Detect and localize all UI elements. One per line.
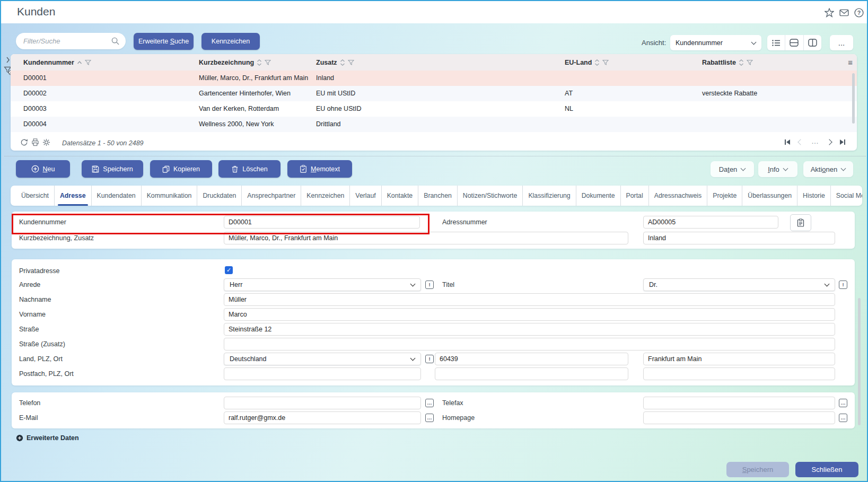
tab-druckdaten[interactable]: Druckdaten <box>197 186 242 206</box>
first-page-button[interactable] <box>785 139 790 145</box>
tab-adressnachweis[interactable]: Adressnachweis <box>649 186 708 206</box>
table-row[interactable]: D00002 Gartencenter Hinterhofer, Wien EU… <box>11 86 857 101</box>
info-exclamation-icon[interactable]: ! <box>839 281 847 289</box>
memotext-button[interactable]: Memotext <box>287 160 352 178</box>
postfach-field[interactable] <box>224 367 421 380</box>
tab-projekte[interactable]: Projekte <box>707 186 742 206</box>
table-scrollbar[interactable] <box>852 73 855 124</box>
new-button[interactable]: Neu <box>16 160 70 178</box>
column-header-rabattliste[interactable]: Rabattliste <box>702 54 753 71</box>
tab-kennzeichen[interactable]: Kennzeichen <box>301 186 350 206</box>
tab-kommunikation[interactable]: Kommunikation <box>142 186 198 206</box>
postfach-plz-field[interactable] <box>435 367 628 380</box>
info-exclamation-icon[interactable]: ! <box>425 281 434 289</box>
table-row[interactable]: D00004 Wellness 2000, New York Drittland <box>11 117 857 132</box>
filter-icon[interactable] <box>348 59 354 66</box>
page-jump-button[interactable]: … <box>811 139 819 143</box>
refresh-icon[interactable] <box>20 138 28 146</box>
search-input[interactable] <box>16 33 126 49</box>
strasse-field[interactable] <box>224 323 835 336</box>
copy-to-clipboard-button[interactable] <box>790 214 811 231</box>
tab-uebersicht[interactable]: Übersicht <box>16 186 55 206</box>
sort-icon[interactable] <box>257 59 262 66</box>
kennzeichen-button[interactable]: Kennzeichen <box>201 33 260 50</box>
sort-icon[interactable] <box>739 59 744 66</box>
advanced-search-button[interactable]: Erweiterte Suche <box>134 33 194 50</box>
print-icon[interactable] <box>31 138 39 146</box>
save-detail-button[interactable]: Speichern <box>726 462 789 477</box>
save-button[interactable]: Speichern <box>82 160 143 178</box>
tab-historie[interactable]: Historie <box>797 186 831 206</box>
next-page-button[interactable] <box>826 139 832 145</box>
form-scrollbar[interactable] <box>858 298 861 425</box>
column-header-kundennummer[interactable]: Kundennummer <box>23 54 91 71</box>
homepage-options-icon[interactable]: … <box>839 414 847 422</box>
tab-kundendaten[interactable]: Kundendaten <box>92 186 142 206</box>
tab-adresse[interactable]: Adresse <box>55 186 92 206</box>
help-icon[interactable]: ? <box>854 8 864 17</box>
more-options-button[interactable]: ... <box>830 35 853 50</box>
vorname-field[interactable] <box>224 308 835 321</box>
table-row[interactable]: D00003 Van der Kerken, Rotterdam EU ohne… <box>11 101 857 117</box>
table-row[interactable]: D00001 Müller, Marco, Dr., Frankfurt am … <box>11 71 857 86</box>
aktionen-menu-button[interactable]: Aktionen <box>803 161 853 177</box>
telefon-field[interactable] <box>224 397 421 409</box>
filter-icon[interactable] <box>265 59 271 66</box>
expand-panel-icon[interactable] <box>5 57 11 63</box>
filter-icon[interactable] <box>602 59 609 66</box>
previous-page-button[interactable] <box>797 139 803 145</box>
titel-select[interactable]: Dr. <box>643 278 835 291</box>
plz-field[interactable] <box>435 353 628 365</box>
tab-verlauf[interactable]: Verlauf <box>350 186 381 206</box>
daten-menu-button[interactable]: Daten <box>711 161 754 177</box>
delete-button[interactable]: Löschen <box>218 160 280 178</box>
tab-branchen[interactable]: Branchen <box>418 186 458 206</box>
search-icon[interactable] <box>111 37 119 45</box>
tab-portal[interactable]: Portal <box>621 186 649 206</box>
ort-field[interactable] <box>643 353 835 365</box>
column-header-zusatz[interactable]: Zusatz <box>316 54 354 71</box>
fax-options-icon[interactable]: … <box>839 399 847 407</box>
kundennummer-field[interactable] <box>224 216 420 229</box>
strasse-zusatz-field[interactable] <box>224 338 835 350</box>
copy-button[interactable]: Kopieren <box>150 160 212 178</box>
view-select[interactable]: Kundennummer <box>670 35 761 50</box>
zusatz-field[interactable] <box>643 232 835 244</box>
adressnummer-field[interactable] <box>643 216 778 229</box>
email-field[interactable] <box>224 411 421 424</box>
favorite-star-icon[interactable] <box>825 8 834 17</box>
tab-social[interactable]: Social Media <box>831 186 862 206</box>
info-menu-button[interactable]: Info <box>758 161 797 177</box>
email-options-icon[interactable]: … <box>425 414 434 422</box>
postfach-ort-field[interactable] <box>643 367 835 380</box>
telefax-field[interactable] <box>643 397 835 409</box>
tab-ansprechpartner[interactable]: Ansprechpartner <box>242 186 301 206</box>
privatadresse-checkbox[interactable]: ✓ <box>225 266 233 274</box>
column-header-eu-land[interactable]: EU-Land <box>565 54 609 71</box>
phone-options-icon[interactable]: … <box>425 399 434 407</box>
homepage-field[interactable] <box>643 411 835 424</box>
sort-ascending-icon[interactable] <box>77 60 82 65</box>
filter-icon[interactable] <box>747 59 753 66</box>
tab-klassifizierung[interactable]: Klassifizierung <box>523 186 576 206</box>
list-view-icon[interactable] <box>767 35 785 50</box>
erweiterte-daten-toggle[interactable]: Erweiterte Daten <box>16 434 79 442</box>
sort-icon[interactable] <box>594 59 600 66</box>
horizontal-split-view-icon[interactable] <box>785 35 803 50</box>
anrede-select[interactable]: Herr <box>224 278 421 291</box>
mail-icon[interactable] <box>839 8 849 17</box>
last-page-button[interactable] <box>840 139 845 145</box>
close-button[interactable]: Schließen <box>795 462 858 477</box>
nachname-field[interactable] <box>224 293 835 306</box>
sort-icon[interactable] <box>340 59 345 66</box>
tab-ueberlassungen[interactable]: Überlassungen <box>742 186 797 206</box>
info-exclamation-icon[interactable]: ! <box>425 355 434 363</box>
vertical-split-view-icon[interactable] <box>804 35 821 50</box>
land-select[interactable]: Deutschland <box>224 353 421 365</box>
filter-icon[interactable] <box>85 59 91 66</box>
kurzbezeichnung-field[interactable] <box>224 232 628 244</box>
column-settings-icon[interactable]: ≡ <box>848 54 853 71</box>
column-header-kurzbezeichnung[interactable]: Kurzbezeichnung <box>199 54 271 71</box>
tab-dokumente[interactable]: Dokumente <box>576 186 621 206</box>
settings-gear-icon[interactable] <box>42 138 50 146</box>
